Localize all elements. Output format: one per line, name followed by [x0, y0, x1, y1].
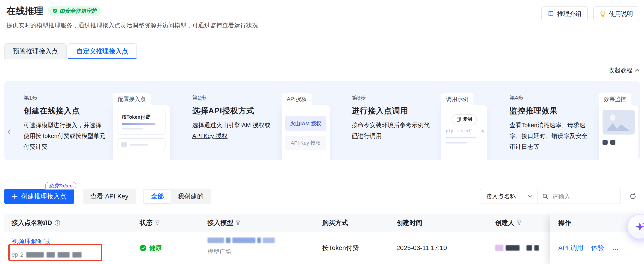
- iam-auth-option: 火山IAM 授权: [285, 116, 326, 131]
- step-description: 查看Token消耗速率、请求速率、接口延时、错误率及安全审计日志等: [510, 120, 592, 152]
- select-model-link[interactable]: 选择模型进行接入: [30, 122, 78, 129]
- api-call-link[interactable]: API 调用: [558, 244, 584, 252]
- step-title: 监控推理效果: [510, 106, 592, 116]
- endpoint-name-link[interactable]: 视频理解测试: [12, 237, 50, 246]
- info-icon[interactable]: [54, 220, 60, 226]
- chevron-left-icon: [8, 129, 11, 134]
- step-desc-text: 进行调用: [358, 132, 382, 139]
- step-description: 可选择模型进行接入，并选择使用按Token付费或按模型单元付费计费: [24, 120, 106, 152]
- endpoint-id: ep-2: [12, 251, 132, 258]
- search-input[interactable]: [552, 193, 616, 200]
- funnel-icon[interactable]: [155, 220, 160, 225]
- cell-model: 模型广场: [200, 232, 315, 264]
- usage-guide-button[interactable]: 使用说明: [593, 6, 640, 21]
- carousel-prev-button[interactable]: [8, 129, 11, 134]
- tab-preset-endpoints[interactable]: 预置推理接入点: [4, 43, 67, 59]
- funnel-icon[interactable]: [517, 220, 522, 225]
- page-header-left: 在线推理 由安全沙箱守护 提供实时的模型推理服务，通过推理接入点灵活调整资源并访…: [6, 4, 258, 29]
- segment-all[interactable]: 全部: [144, 190, 171, 203]
- api-key-auth-link[interactable]: API Key 授权: [192, 132, 228, 139]
- redacted-text: [257, 238, 261, 243]
- step-4-illustration: 效果监控: [599, 93, 638, 160]
- inference-intro-button[interactable]: 推理介绍: [541, 6, 588, 21]
- redacted-text: [226, 238, 230, 243]
- endpoint-tabs: 预置推理接入点 自定义推理接入点: [0, 43, 644, 59]
- inference-intro-label: 推理介绍: [557, 10, 581, 18]
- placeholder-bar: [130, 144, 148, 145]
- step-1-illustration: 配置接入点 按Token付费: [113, 93, 170, 160]
- mini-card-secondary: [118, 138, 166, 151]
- placeholder-icon: [121, 142, 127, 147]
- step-number: 第3步: [352, 94, 434, 101]
- redacted-model-name: [208, 238, 315, 243]
- step-desc-text: 或: [264, 122, 270, 129]
- table-header-row: 接入点名称/ID 状态 接入模型 购买方式 创建时: [4, 214, 644, 232]
- header-creator-label: 创建人: [495, 219, 514, 227]
- page-title: 在线推理: [6, 4, 43, 17]
- header-billing: 购买方式: [315, 214, 389, 232]
- refresh-button[interactable]: [626, 189, 640, 203]
- step-number: 第1步: [24, 94, 106, 101]
- ownership-segment: 全部 我创建的: [143, 189, 211, 204]
- page-header: 在线推理 由安全沙箱守护 提供实时的模型推理服务，通过推理接入点灵活调整资源并访…: [0, 0, 644, 29]
- header-created-label: 创建时间: [396, 219, 422, 227]
- filter-field-select[interactable]: 接入点名称: [480, 189, 538, 204]
- step-desc-text: 查看Token消耗速率、请求速率、接口延时、错误率及安全审计日志等: [510, 122, 587, 150]
- cell-created: 2025-03-11 17:10: [389, 232, 488, 264]
- free-token-label: 免费Token: [49, 183, 72, 189]
- try-link[interactable]: 体验: [591, 244, 604, 252]
- view-api-key-button[interactable]: 查看 API Key: [83, 189, 136, 204]
- copy-code-button: 复制: [452, 114, 477, 124]
- step-3-illustration: 调用示例 复制 pip install --up: [441, 93, 487, 160]
- step-desc-text: 选择通过火山引擎: [192, 122, 240, 129]
- endpoint-id-prefix: ep-2: [12, 251, 24, 258]
- code-snippet: pip install --up: [441, 129, 487, 133]
- collapse-tutorial-button[interactable]: 收起教程: [0, 66, 640, 74]
- redacted-text: [26, 252, 44, 258]
- header-status: 状态: [132, 214, 200, 232]
- step-2-illustration: API授权 火山IAM 授权 API Key 授权: [282, 93, 330, 160]
- create-endpoint-button[interactable]: 创建推理接入点: [4, 189, 74, 204]
- step-number: 第4步: [510, 94, 592, 101]
- model-source: 模型广场: [208, 248, 315, 256]
- view-api-key-label: 查看 API Key: [90, 192, 128, 201]
- cell-creator: [488, 232, 550, 264]
- safety-badge-label: 由安全沙箱守护: [60, 7, 96, 14]
- funnel-icon[interactable]: [236, 220, 241, 225]
- tutorial-step-4: 第4步 监控推理效果 查看Token消耗速率、请求速率、接口延时、错误率及安全审…: [510, 81, 638, 160]
- redacted-text: [208, 238, 224, 243]
- tab-custom-endpoints[interactable]: 自定义推理接入点: [68, 43, 137, 59]
- header-model-label: 接入模型: [208, 219, 233, 227]
- free-token-badge: 免费Token: [45, 182, 76, 190]
- tutorial-step-3: 第3步 进行接入点调用 按命令安装环境后参考示例代码进行调用 调用示例 复制 p…: [352, 81, 487, 160]
- cell-actions: API 调用 体验 …: [550, 232, 644, 264]
- token-billing-mini-card: 按Token付费: [118, 110, 166, 134]
- header-status-label: 状态: [140, 219, 152, 227]
- page-header-actions: 推理介绍 使用说明: [541, 4, 640, 21]
- refresh-icon: [630, 193, 636, 200]
- redacted-text: [506, 245, 520, 251]
- search-icon: [542, 193, 548, 200]
- header-name-label: 接入点名称/ID: [12, 219, 52, 227]
- online-inference-page: 在线推理 由安全沙箱守护 提供实时的模型推理服务，通过推理接入点灵活调整资源并访…: [0, 0, 644, 264]
- lightbulb-icon: [600, 10, 606, 17]
- placeholder-bar: [122, 123, 155, 125]
- header-creator: 创建人: [488, 214, 550, 232]
- more-actions-button[interactable]: …: [612, 244, 618, 252]
- card-label: 效果监控: [599, 93, 631, 105]
- mini-card-title: 按Token付费: [122, 114, 161, 120]
- redacted-text: [534, 245, 539, 251]
- segment-mine[interactable]: 我创建的: [171, 190, 210, 203]
- collapse-tutorial-label: 收起教程: [608, 66, 632, 74]
- copy-label: 复制: [463, 116, 472, 122]
- redacted-avatar: [495, 245, 504, 251]
- redacted-text: [58, 252, 70, 258]
- redacted-text: [263, 238, 275, 243]
- tutorial-step-1: 第1步 创建在线接入点 可选择模型进行接入，并选择使用按Token付费或按模型单…: [24, 81, 170, 160]
- redacted-creator: [495, 245, 539, 251]
- iam-auth-link[interactable]: IAM 授权: [240, 122, 264, 129]
- monitor-image-placeholder: [602, 110, 635, 134]
- redacted-text: [46, 252, 55, 258]
- header-model: 接入模型: [200, 214, 315, 232]
- create-endpoint-label: 创建推理接入点: [21, 192, 66, 201]
